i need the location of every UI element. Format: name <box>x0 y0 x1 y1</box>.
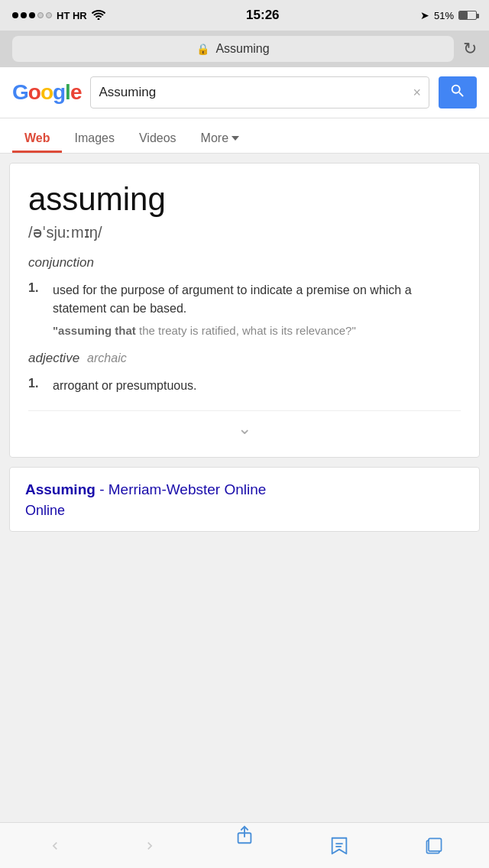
definitions-conjunction: 1. used for the purpose of argument to i… <box>28 281 461 340</box>
clear-icon[interactable]: × <box>413 85 421 101</box>
google-logo: Google <box>12 80 81 105</box>
signal-dots <box>12 12 52 18</box>
search-button[interactable] <box>439 76 477 108</box>
result-title-bold: Assuming <box>25 481 96 497</box>
signal-dot-4 <box>37 12 44 18</box>
signal-dot-2 <box>21 12 27 18</box>
result-subtitle: Online <box>25 503 464 519</box>
definition-item-adj: 1. arrogant or presumptuous. <box>28 377 461 400</box>
signal-dot-1 <box>12 12 18 18</box>
expand-section[interactable]: ⌄ <box>28 410 461 442</box>
search-result: Assuming - Merriam-Webster Online Online <box>9 467 480 533</box>
bookmarks-button[interactable] <box>316 829 362 863</box>
wifi-icon <box>92 9 105 22</box>
battery-icon <box>458 11 477 20</box>
def-number: 1. <box>28 281 44 295</box>
tab-videos[interactable]: Videos <box>127 124 189 153</box>
def-example: "assuming that the treaty is ratified, w… <box>53 322 461 340</box>
back-button[interactable] <box>32 829 78 863</box>
logo-g2: g <box>53 80 65 104</box>
result-title-rest: - Merriam-Webster Online <box>96 481 266 497</box>
status-right: ➤ 51% <box>420 9 477 21</box>
result-title[interactable]: Assuming - Merriam-Webster Online <box>25 480 464 500</box>
search-input[interactable]: Assuming <box>99 85 406 100</box>
logo-e: e <box>70 80 82 104</box>
def-text-adj: arrogant or presumptuous. <box>53 377 461 395</box>
google-header: Google Assuming × <box>0 67 489 118</box>
search-button-icon <box>449 83 466 103</box>
dictionary-card: assuming /əˈsjuːmɪŋ/ conjunction 1. used… <box>9 163 480 458</box>
status-bar: HT HR 15:26 ➤ 51% <box>0 0 489 31</box>
signal-dot-3 <box>29 12 35 18</box>
status-time: 15:26 <box>246 8 279 23</box>
signal-dot-5 <box>46 12 52 18</box>
address-bar: 🔒 Assuming ↻ <box>0 31 489 67</box>
part-of-speech-conjunction: conjunction <box>28 255 461 270</box>
logo-o2: o <box>40 80 53 104</box>
address-content[interactable]: 🔒 Assuming <box>12 36 454 62</box>
archaic-label: archaic <box>87 351 127 365</box>
carrier-name: HT HR <box>57 10 87 21</box>
svg-rect-5 <box>429 838 441 850</box>
def-text-block: used for the purpose of argument to indi… <box>53 281 461 340</box>
logo-g: G <box>12 80 28 104</box>
chevron-down-icon <box>232 136 239 141</box>
pronunciation: /əˈsjuːmɪŋ/ <box>28 223 461 241</box>
expand-arrow-icon[interactable]: ⌄ <box>238 419 251 439</box>
tab-images[interactable]: Images <box>62 124 126 153</box>
word-title: assuming <box>28 182 461 217</box>
logo-o1: o <box>28 80 40 104</box>
address-text: Assuming <box>215 42 269 56</box>
definitions-adjective: 1. arrogant or presumptuous. <box>28 377 461 400</box>
search-box[interactable]: Assuming × <box>90 76 429 108</box>
bottom-nav <box>0 822 489 868</box>
def-number-adj: 1. <box>28 377 44 390</box>
definition-item: 1. used for the purpose of argument to i… <box>28 281 461 340</box>
status-left: HT HR <box>12 9 105 22</box>
search-tabs: Web Images Videos More <box>0 118 489 154</box>
tabs-button[interactable] <box>411 829 457 863</box>
def-example-bold: "assuming that <box>53 324 136 337</box>
share-button[interactable] <box>222 829 267 863</box>
tab-web[interactable]: Web <box>12 124 62 153</box>
tab-more[interactable]: More <box>189 124 251 153</box>
logo-l: l <box>65 80 70 104</box>
battery-percent: 51% <box>434 10 454 21</box>
def-text-block-adj: arrogant or presumptuous. <box>53 377 461 400</box>
part-of-speech-adjective: adjective archaic <box>28 351 461 366</box>
def-text: used for the purpose of argument to indi… <box>53 281 461 318</box>
main-content: assuming /əˈsjuːmɪŋ/ conjunction 1. used… <box>0 154 489 604</box>
forward-button[interactable] <box>127 829 173 863</box>
lock-icon: 🔒 <box>196 43 209 55</box>
location-icon: ➤ <box>420 9 429 21</box>
refresh-icon[interactable]: ↻ <box>463 39 477 59</box>
